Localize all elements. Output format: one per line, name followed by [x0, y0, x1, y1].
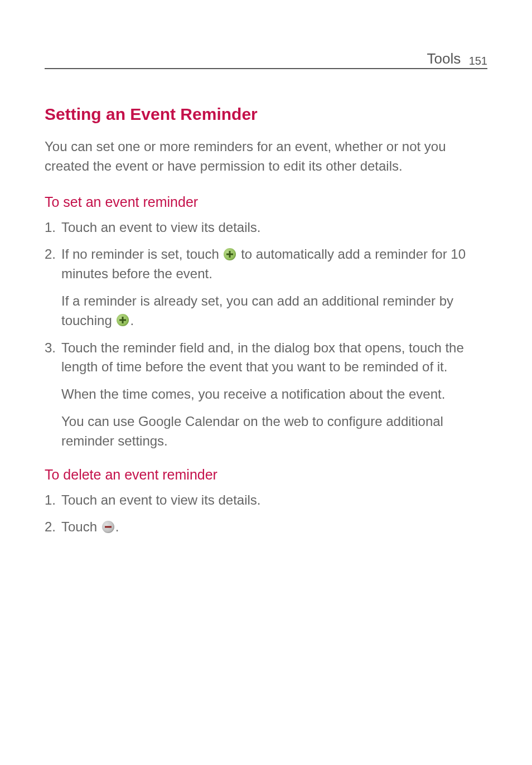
sub-text-part2: . — [130, 313, 134, 328]
list-text-part1: Touch — [61, 519, 101, 534]
list-number: 1. — [45, 491, 56, 510]
subheading-delete-reminder: To delete an event reminder — [45, 467, 487, 483]
list-item-1: 1. Touch an event to view its details. — [45, 491, 487, 510]
content-body: Setting an Event Reminder You can set on… — [45, 105, 487, 537]
list-item-2: 2. Touch . — [45, 517, 487, 537]
subheading-set-reminder: To set an event reminder — [45, 194, 487, 210]
list-text: Touch an event to view its details. — [61, 492, 261, 507]
sub-paragraph: If a reminder is already set, you can ad… — [45, 292, 487, 331]
list-text-part1: If no reminder is set, touch — [61, 246, 223, 262]
section-name: Tools — [427, 50, 461, 67]
list-number: 2. — [45, 245, 56, 264]
header-text: Tools 151 — [422, 50, 487, 67]
plus-icon — [117, 314, 129, 326]
minus-icon — [102, 521, 114, 533]
sub-paragraph: You can use Google Calendar on the web t… — [45, 412, 487, 451]
list-item-1: 1. Touch an event to view its details. — [45, 218, 487, 238]
list-text: Touch an event to view its details. — [61, 220, 261, 235]
list-number: 1. — [45, 218, 56, 238]
plus-icon — [224, 248, 236, 260]
list-item-2: 2. If no reminder is set, touch to autom… — [45, 245, 487, 284]
header-rule — [45, 68, 487, 69]
intro-paragraph: You can set one or more reminders for an… — [45, 137, 487, 176]
list-item-3: 3. Touch the reminder field and, in the … — [45, 338, 487, 377]
page-heading: Setting an Event Reminder — [45, 105, 487, 124]
list-number: 3. — [45, 338, 56, 358]
list-number: 2. — [45, 517, 56, 537]
page-number: 151 — [469, 55, 487, 67]
list-text: Touch the reminder field and, in the dia… — [61, 340, 464, 375]
list-text-part2: . — [115, 519, 119, 534]
sub-paragraph: When the time comes, you receive a notif… — [45, 385, 487, 404]
document-page: Tools 151 Setting an Event Reminder You … — [0, 0, 532, 537]
